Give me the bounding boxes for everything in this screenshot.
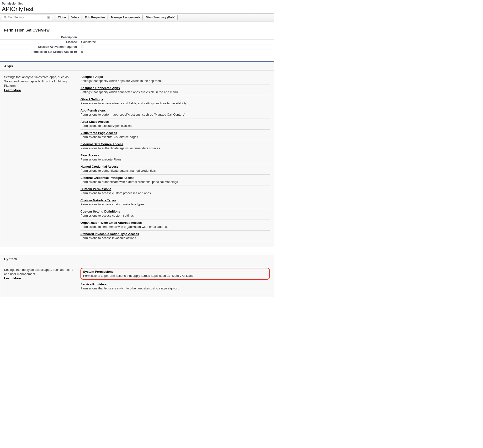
- clone-button[interactable]: Clone: [56, 15, 68, 20]
- apps-item: Custom PermissionsPermissions to access …: [80, 186, 270, 197]
- apps-link[interactable]: Named Credential Access: [80, 165, 119, 168]
- apps-link[interactable]: Apex Class Access: [80, 120, 109, 123]
- overview-label-groups: Permission Set Groups Added To: [0, 50, 81, 54]
- session-checkbox: [81, 45, 84, 48]
- apps-desc: Permissions to execute Visualforce pages: [80, 135, 270, 139]
- apps-link[interactable]: Flow Access: [80, 153, 99, 157]
- page-title: APIOnlyTest: [2, 6, 272, 12]
- manage-assignments-button[interactable]: Manage Assignments: [109, 15, 143, 20]
- highlighted-link-box: System PermissionsPermissions to perform…: [80, 268, 270, 280]
- apps-desc: Permissions to authenticate against name…: [80, 169, 270, 172]
- search-input[interactable]: [7, 16, 47, 19]
- apps-desc: Permissions to access invocable actions: [80, 236, 270, 240]
- apps-item: Visualforce Page AccessPermissions to ex…: [80, 130, 270, 141]
- apps-desc: Permissions to perform app-specific acti…: [80, 113, 270, 116]
- overview-label-session: Session Activation Required: [0, 45, 81, 48]
- toolbar: ✕ | Clone Delete Edit Properties Manage …: [0, 13, 274, 22]
- apps-link[interactable]: Assigned Connected Apps: [80, 86, 120, 90]
- apps-item: Standard Invocable Action Type AccessPer…: [80, 231, 270, 242]
- overview-value-license: Salesforce: [81, 40, 274, 44]
- apps-section-blurb: Settings that apply to Salesforce apps, …: [4, 75, 69, 88]
- apps-section-title: Apps: [0, 62, 274, 71]
- view-summary-button[interactable]: View Summary (Beta): [144, 15, 178, 20]
- overview-value-session: [81, 45, 274, 49]
- system-link[interactable]: Service Providers: [80, 282, 107, 286]
- apps-desc: Permissions to execute Flows: [80, 158, 270, 161]
- apps-item: Custom Setting DefinitionsPermissions to…: [80, 208, 270, 219]
- toolbar-separator: |: [54, 16, 54, 19]
- clear-search-icon[interactable]: ✕: [47, 16, 50, 19]
- apps-item: Object SettingsPermissions to access obj…: [80, 96, 270, 107]
- edit-properties-button[interactable]: Edit Properties: [83, 15, 107, 20]
- apps-link[interactable]: Assigned Apps: [80, 75, 103, 79]
- system-section: System Settings that apply across all ap…: [0, 254, 274, 297]
- system-link[interactable]: System Permissions: [83, 270, 113, 273]
- apps-item: Apex Class AccessPermissions to execute …: [80, 119, 270, 130]
- overview-value-groups: 0: [81, 50, 274, 54]
- system-desc: Permissions that let users switch to oth…: [80, 287, 270, 290]
- apps-item: Named Credential AccessPermissions to au…: [80, 163, 270, 175]
- apps-desc: Settings that specify which apps are vis…: [80, 79, 270, 83]
- apps-item: Organization-Wide Email Address AccessPe…: [80, 219, 270, 231]
- search-icon: [4, 16, 7, 19]
- apps-link[interactable]: Custom Permissions: [80, 187, 111, 191]
- apps-desc: Permissions to execute Apex classes: [80, 124, 270, 128]
- system-item: Service ProvidersPermissions that let us…: [80, 281, 270, 292]
- system-item: System PermissionsPermissions to perform…: [83, 270, 267, 278]
- apps-link[interactable]: App Permissions: [80, 109, 106, 112]
- overview-label-license: License: [0, 40, 81, 44]
- apps-learn-more-link[interactable]: Learn More: [4, 88, 21, 92]
- apps-link[interactable]: Custom Setting Definitions: [80, 210, 120, 213]
- apps-item: Custom Metadata TypesPermissions to acce…: [80, 197, 270, 208]
- apps-link[interactable]: Custom Metadata Types: [80, 199, 116, 202]
- system-section-blurb: Settings that apply across all apps, suc…: [4, 268, 73, 276]
- apps-desc: Permissions to access custom metadata ty…: [80, 202, 270, 206]
- apps-link[interactable]: External Credential Principal Access: [80, 176, 135, 180]
- apps-desc: Permissions to send email with organizat…: [80, 225, 270, 229]
- apps-item: App PermissionsPermissions to perform ap…: [80, 107, 270, 119]
- apps-link[interactable]: Visualforce Page Access: [80, 131, 117, 135]
- apps-link[interactable]: Organization-Wide Email Address Access: [80, 221, 142, 224]
- apps-item: External Credential Principal AccessPerm…: [80, 175, 270, 186]
- page-type-label: Permission Set: [2, 2, 272, 5]
- apps-item: Assigned Connected AppsSettings that spe…: [80, 85, 270, 96]
- apps-link[interactable]: Standard Invocable Action Type Access: [80, 232, 139, 236]
- delete-button[interactable]: Delete: [69, 15, 81, 20]
- apps-section: Apps Settings that apply to Salesforce a…: [0, 61, 274, 247]
- overview-table: Description License Salesforce Session A…: [0, 35, 274, 54]
- apps-desc: Permissions to access objects and fields…: [80, 102, 270, 105]
- system-section-title: System: [0, 254, 274, 264]
- overview-title: Permission Set Overview: [0, 26, 274, 35]
- apps-desc: Permissions to authenticate against exte…: [80, 146, 270, 150]
- apps-link[interactable]: External Data Source Access: [80, 142, 123, 146]
- apps-item: External Data Source AccessPermissions t…: [80, 141, 270, 152]
- system-link-list: System PermissionsPermissions to perform…: [80, 268, 270, 292]
- apps-item: Assigned AppsSettings that specify which…: [80, 75, 270, 85]
- apps-link[interactable]: Object Settings: [80, 97, 103, 101]
- apps-desc: Permissions to access custom settings: [80, 214, 270, 217]
- system-learn-more-link[interactable]: Learn More: [4, 277, 21, 280]
- overview-label-description: Description: [0, 36, 81, 39]
- search-input-wrap[interactable]: ✕: [2, 15, 52, 20]
- apps-desc: Settings that specify which connected ap…: [80, 90, 270, 94]
- system-desc: Permissions to perform actions that appl…: [83, 274, 267, 278]
- apps-desc: Permissions to access custom processes a…: [80, 191, 270, 195]
- apps-link-list: Assigned AppsSettings that specify which…: [80, 75, 270, 242]
- apps-item: Flow AccessPermissions to execute Flows: [80, 152, 270, 163]
- apps-desc: Permissions to authenticate with externa…: [80, 180, 270, 184]
